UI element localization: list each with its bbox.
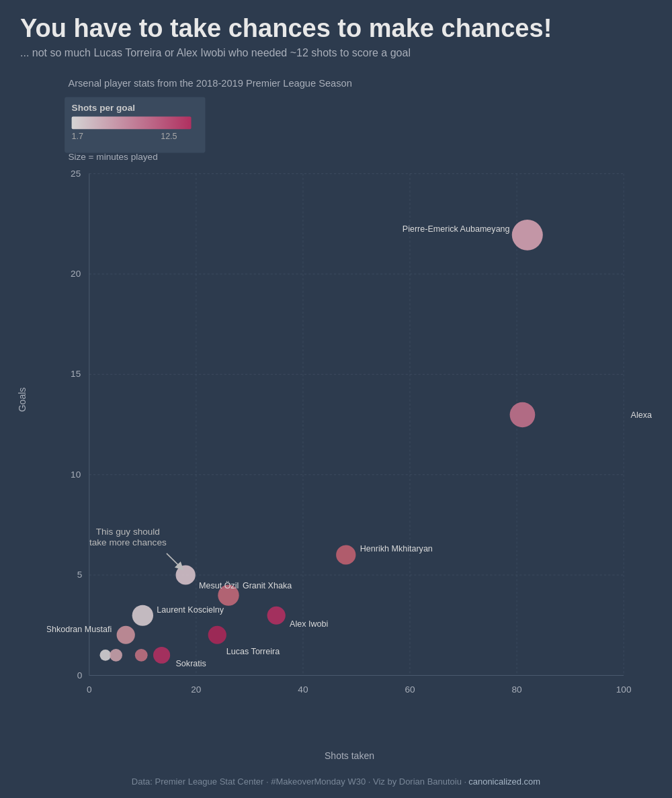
svg-text:Size = minutes played: Size = minutes played [68, 151, 157, 161]
svg-text:Shots per goal: Shots per goal [72, 103, 135, 113]
svg-text:0: 0 [77, 670, 83, 680]
svg-text:Arsenal player stats from the : Arsenal player stats from the 2018-2019 … [68, 78, 351, 89]
dot-mustafi [117, 625, 135, 644]
x-axis-label: Shots taken [325, 750, 374, 761]
svg-text:20: 20 [191, 684, 201, 695]
dot-mkhitaryan [336, 545, 355, 564]
footer-text: Data: Premier League Stat Center · #Make… [132, 777, 466, 787]
svg-text:25: 25 [71, 168, 81, 178]
title-section: You have to take chances to make chances… [0, 0, 672, 62]
dot-lacazette [510, 402, 536, 427]
svg-text:Alexandre Lacazette: Alexandre Lacazette [631, 410, 652, 419]
svg-text:20: 20 [71, 269, 81, 279]
plot-area: Arsenal player stats from the 2018-2019 … [47, 69, 652, 731]
dot-iwobi [267, 606, 286, 624]
main-title: You have to take chances to make chances… [20, 13, 652, 44]
svg-text:60: 60 [405, 684, 415, 695]
svg-text:Pierre-Emerick Aubameyang: Pierre-Emerick Aubameyang [403, 224, 510, 233]
y-axis-label: Goals [17, 388, 28, 412]
svg-text:0: 0 [87, 684, 92, 695]
svg-text:40: 40 [298, 684, 308, 695]
svg-text:take more chances: take more chances [89, 537, 167, 547]
svg-text:Laurent Koscielny: Laurent Koscielny [157, 605, 224, 615]
svg-text:This guy should: This guy should [96, 527, 160, 537]
svg-text:Henrikh Mkhitaryan: Henrikh Mkhitaryan [360, 543, 433, 553]
scatter-plot: Arsenal player stats from the 2018-2019 … [47, 69, 652, 731]
dot-koscielny [132, 605, 153, 625]
svg-text:Alex Iwobi: Alex Iwobi [290, 619, 328, 628]
svg-text:5: 5 [77, 570, 83, 580]
dot-p1 [99, 650, 111, 661]
svg-text:Granit Xhaka: Granit Xhaka [243, 580, 292, 590]
svg-text:12.5: 12.5 [161, 131, 177, 140]
dot-p2 [110, 649, 122, 662]
svg-text:80: 80 [512, 684, 522, 695]
dot-p3 [135, 649, 148, 662]
svg-line-40 [167, 553, 181, 567]
footer: Data: Premier League Stat Center · #Make… [0, 771, 672, 798]
svg-text:Lucas Torreira: Lucas Torreira [226, 647, 280, 656]
subtitle: ... not so much Lucas Torreira or Alex I… [20, 47, 652, 59]
svg-rect-3 [72, 116, 192, 129]
svg-text:1.7: 1.7 [72, 131, 84, 140]
dot-torreira [208, 625, 226, 644]
chart-container: You have to take chances to make chances… [0, 0, 672, 798]
svg-text:Mesut Özil: Mesut Özil [199, 580, 239, 590]
svg-text:10: 10 [71, 469, 81, 479]
svg-text:Shkodran Mustafi: Shkodran Mustafi [47, 625, 112, 634]
svg-text:15: 15 [71, 369, 81, 379]
dot-ozil [176, 565, 196, 584]
svg-text:100: 100 [616, 684, 632, 695]
dot-aubameyang [512, 220, 543, 251]
dot-sokratis [153, 646, 170, 663]
chart-area: Goals Shots taken Arsenal player stats f… [47, 69, 652, 731]
footer-link: canonicalized.com [468, 777, 540, 787]
svg-text:Sokratis: Sokratis [176, 659, 206, 668]
